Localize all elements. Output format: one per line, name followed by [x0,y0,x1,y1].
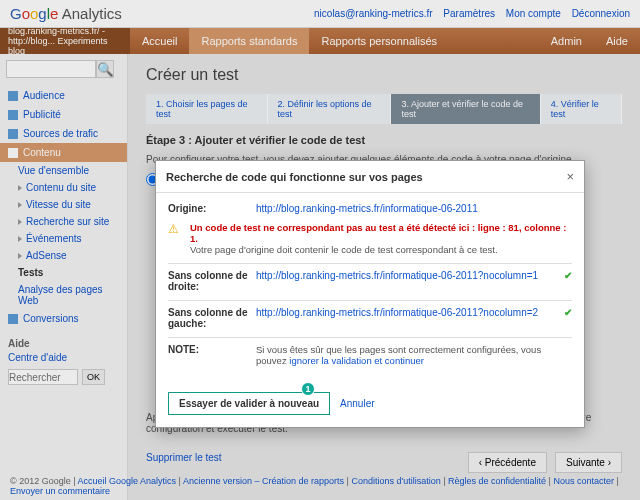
validation-modal: Recherche de code qui fonctionne sur vos… [155,160,585,428]
check-icon: ✔ [564,307,572,318]
left-col-label: Sans colonne de gauche: [168,307,248,329]
skip-validation-link[interactable]: ignorer la validation et continuer [289,355,424,366]
note-label: NOTE: [168,344,248,355]
cancel-link[interactable]: Annuler [340,398,374,409]
step-badge: 1 [301,382,315,396]
check-icon: ✔ [564,270,572,281]
close-icon[interactable]: × [566,169,574,184]
right-col-label: Sans colonne de droite: [168,270,248,292]
left-col-link[interactable]: http://blog.ranking-metrics.fr/informati… [256,307,538,318]
warning-icon: ⚠ [168,222,179,236]
modal-title: Recherche de code qui fonctionne sur vos… [166,171,423,183]
right-col-link[interactable]: http://blog.ranking-metrics.fr/informati… [256,270,538,281]
warning-sub: Votre page d'origine doit contenir le co… [190,244,572,255]
warning-text: Un code de test ne correspondant pas au … [190,222,572,244]
origin-link[interactable]: http://blog.ranking-metrics.fr/informati… [256,203,478,214]
origin-label: Origine: [168,203,248,214]
